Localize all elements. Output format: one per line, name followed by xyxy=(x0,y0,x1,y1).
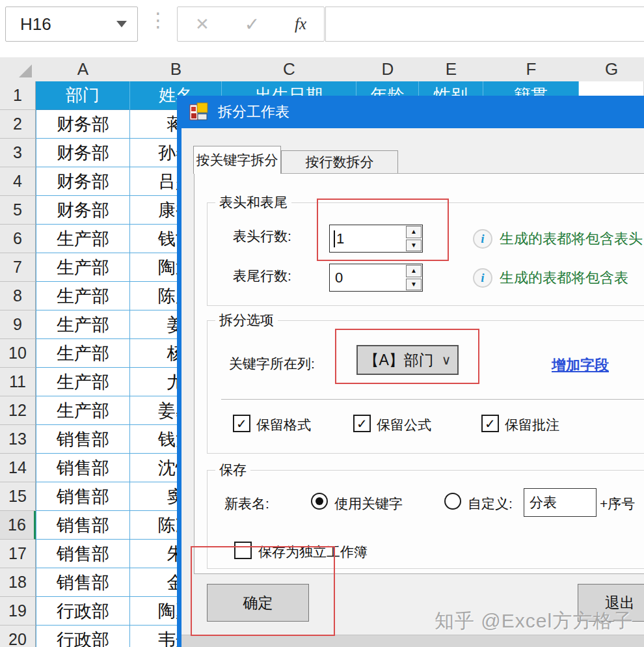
formula-input[interactable] xyxy=(325,7,644,42)
add-field-link[interactable]: 增加字段 xyxy=(552,355,609,375)
footer-rows-label: 表尾行数: xyxy=(233,267,291,285)
column-header-D[interactable]: D xyxy=(356,57,420,82)
column-header-C[interactable]: C xyxy=(222,57,357,82)
column-header-E[interactable]: E xyxy=(419,57,484,82)
column-header-A[interactable]: A xyxy=(36,57,131,82)
cell-A5[interactable]: 财务部 xyxy=(36,196,130,225)
keep-formula-label: 保留公式 xyxy=(377,416,431,434)
kebab-menu-icon[interactable]: ⋮ xyxy=(148,9,168,31)
use-keyword-radio[interactable] xyxy=(311,493,328,510)
keep-format-checkbox[interactable]: ✓ xyxy=(233,415,250,432)
split-worksheet-icon xyxy=(189,102,209,122)
cell-A20[interactable]: 行政部 xyxy=(36,626,130,647)
footer-rows-value: 0 xyxy=(335,269,343,286)
cell-A19[interactable]: 行政部 xyxy=(36,597,130,626)
dialog-bottom-edge xyxy=(181,635,644,647)
new-sheet-name-label: 新表名: xyxy=(224,495,269,513)
footer-info-text: 生成的表都将包含表 xyxy=(500,268,628,288)
row-header-6[interactable]: 6 xyxy=(0,225,36,253)
cell-A3[interactable]: 财务部 xyxy=(36,139,130,167)
cell-A18[interactable]: 销售部 xyxy=(36,568,130,597)
row-header-7[interactable]: 7 xyxy=(0,253,36,282)
row-header-5[interactable]: 5 xyxy=(0,196,36,225)
column-header-F[interactable]: F xyxy=(483,57,580,82)
annotation-box-key-column xyxy=(335,329,479,384)
watermark: 知乎 @Excel方方格子 xyxy=(435,608,633,635)
cell-A14[interactable]: 销售部 xyxy=(36,454,130,482)
keep-comment-checkbox[interactable]: ✓ xyxy=(481,415,499,432)
excel-window: H16 ⋮ ✕ ✓ fx ABCDEFG1部门姓名出生日期年龄性别籍贯2财务部蒋… xyxy=(0,0,644,647)
cell-A8[interactable]: 生产部 xyxy=(36,282,130,310)
group-title: 表头和表尾 xyxy=(215,193,291,212)
row-header-14[interactable]: 14 xyxy=(0,454,36,482)
row-header-9[interactable]: 9 xyxy=(0,310,36,339)
row-header-2[interactable]: 2 xyxy=(0,110,36,139)
cell-A17[interactable]: 销售部 xyxy=(36,540,130,568)
custom-name-radio[interactable] xyxy=(444,493,461,510)
group-title: 保存 xyxy=(215,461,250,479)
cell-A15[interactable]: 销售部 xyxy=(36,482,130,511)
row-header-19[interactable]: 19 xyxy=(0,597,36,626)
tab-split-by-keyword[interactable]: 按关键字拆分 xyxy=(193,146,281,174)
keep-format-label: 保留格式 xyxy=(256,416,311,434)
cell-A2[interactable]: 财务部 xyxy=(36,110,130,139)
row-header-16[interactable]: 16 xyxy=(0,511,36,540)
cell-A9[interactable]: 生产部 xyxy=(36,310,130,339)
column-header-B[interactable]: B xyxy=(130,57,222,82)
cell-A7[interactable]: 生产部 xyxy=(36,253,130,282)
formula-buttons: ✕ ✓ fx xyxy=(177,7,325,42)
cell-A4[interactable]: 财务部 xyxy=(36,167,130,196)
keep-formula-checkbox[interactable]: ✓ xyxy=(353,415,371,432)
row-header-1[interactable]: 1 xyxy=(0,81,36,110)
annotation-box-header-rows xyxy=(317,199,449,261)
row-header-3[interactable]: 3 xyxy=(0,139,36,167)
row-header-4[interactable]: 4 xyxy=(0,167,36,196)
dialog-title: 拆分工作表 xyxy=(218,102,289,122)
group-title: 拆分选项 xyxy=(215,311,278,329)
select-all-button[interactable] xyxy=(0,57,36,82)
spinner-buttons: ▲ ▼ xyxy=(405,264,422,291)
info-icon: i xyxy=(473,268,492,288)
key-column-label: 关键字所在列: xyxy=(229,355,315,373)
custom-name-label: 自定义: xyxy=(468,495,513,513)
divider xyxy=(221,399,644,400)
insert-function-icon[interactable]: fx xyxy=(295,15,306,33)
row-header-20[interactable]: 20 xyxy=(0,626,36,647)
cell-A11[interactable]: 生产部 xyxy=(36,368,130,396)
cancel-icon[interactable]: ✕ xyxy=(195,14,209,34)
header-info-text: 生成的表都将包含表头 xyxy=(500,229,643,249)
cell-A16[interactable]: 销售部 xyxy=(36,511,130,540)
keep-comment-label: 保留批注 xyxy=(505,416,559,434)
row-header-11[interactable]: 11 xyxy=(0,368,36,396)
footer-rows-spinner[interactable]: 0 ▲ ▼ xyxy=(329,264,423,292)
cell-A10[interactable]: 生产部 xyxy=(36,339,130,368)
spin-down-icon[interactable]: ▼ xyxy=(406,279,422,291)
dialog-title-bar[interactable]: 拆分工作表 xyxy=(181,96,644,128)
name-box-value: H16 xyxy=(6,14,116,34)
custom-name-input[interactable]: 分表 xyxy=(524,488,597,517)
row-header-12[interactable]: 12 xyxy=(0,396,36,425)
row-header-8[interactable]: 8 xyxy=(0,282,36,310)
annotation-box-ok-button xyxy=(191,546,335,636)
spin-up-icon[interactable]: ▲ xyxy=(406,265,422,277)
row-header-15[interactable]: 15 xyxy=(0,482,36,511)
cell-A12[interactable]: 生产部 xyxy=(36,396,130,425)
use-keyword-label: 使用关键字 xyxy=(334,495,403,513)
header-rows-label: 表头行数: xyxy=(233,227,291,245)
suffix-label: +序号 xyxy=(600,495,635,513)
cell-A13[interactable]: 销售部 xyxy=(36,425,130,454)
row-header-18[interactable]: 18 xyxy=(0,568,36,597)
info-icon: i xyxy=(473,229,492,249)
cell-A6[interactable]: 生产部 xyxy=(36,225,130,253)
enter-icon[interactable]: ✓ xyxy=(245,14,260,35)
row-header-13[interactable]: 13 xyxy=(0,425,36,454)
row-header-10[interactable]: 10 xyxy=(0,339,36,368)
chevron-down-icon[interactable] xyxy=(116,21,127,27)
cell-A1[interactable]: 部门 xyxy=(36,81,130,110)
row-header-17[interactable]: 17 xyxy=(0,540,36,568)
name-box[interactable]: H16 xyxy=(5,7,138,42)
tab-split-by-rows[interactable]: 按行数拆分 xyxy=(281,150,398,173)
select-all-triangle-icon xyxy=(19,64,32,77)
column-header-G[interactable]: G xyxy=(579,57,644,82)
